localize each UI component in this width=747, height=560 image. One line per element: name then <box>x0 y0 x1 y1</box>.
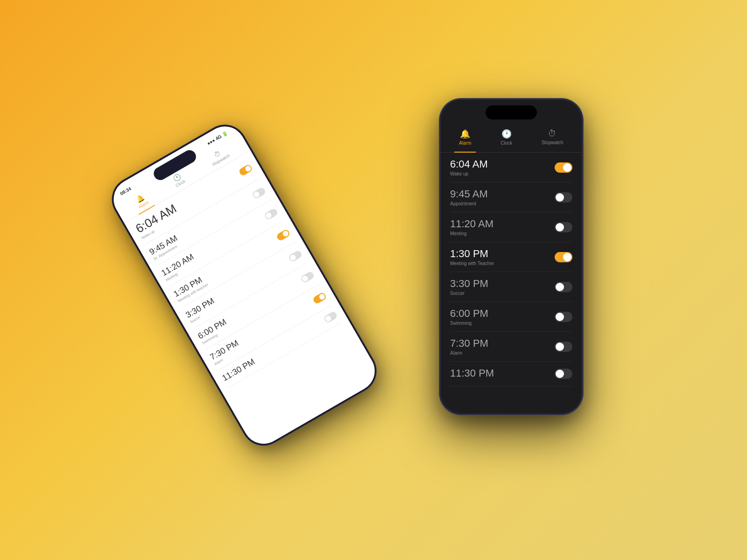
phone-upright-screen: 🔔 Alarm 🕐 Clock ⏱ Stopwatch 6:04 <box>441 100 582 413</box>
alarm-info: 11:20 AM Meeting <box>450 218 493 236</box>
alarm-toggle[interactable] <box>555 342 572 352</box>
alarm-item: 6:00 PM Swimming <box>450 302 572 332</box>
alarm-info: 6:04 AM Wake up <box>450 158 488 176</box>
alarm-toggle[interactable] <box>251 186 266 199</box>
alarm-toggle[interactable] <box>300 271 315 284</box>
clock-icon-upright: 🕐 <box>501 129 512 139</box>
alarm-toggle[interactable] <box>288 249 303 262</box>
tab-alarm-label-upright: Alarm <box>459 140 471 146</box>
alarm-toggle[interactable] <box>555 222 572 232</box>
alarm-toggle[interactable] <box>555 282 572 292</box>
alarm-label: Alarm <box>450 350 488 356</box>
alarm-info: 9:45 AM Appointment <box>450 188 488 206</box>
tab-stopwatch-upright[interactable]: ⏱ Stopwatch <box>537 127 568 147</box>
tab-stopwatch-label-upright: Stopwatch <box>542 140 564 145</box>
alarm-info: 6:00 PM Swimming <box>450 308 488 326</box>
alarm-toggle[interactable] <box>263 207 278 220</box>
alarm-toggle[interactable] <box>555 369 572 379</box>
alarm-label: Appointment <box>450 201 488 206</box>
alarm-item: 7:30 PM Alarm <box>450 332 572 362</box>
alarm-toggle[interactable] <box>275 228 290 241</box>
alarm-label: Swimming <box>450 321 488 326</box>
phone-tilted-body: 08:34 ●●● 4G 🔋 🔔 Alarm 🕐 Clock ⏱ Stopwat… <box>104 117 385 454</box>
alarm-item: 3:30 PM Soccer <box>450 272 572 302</box>
alarm-toggle[interactable] <box>555 312 572 322</box>
alarm-label: Soccer <box>450 291 488 296</box>
alarm-item: 11:20 AM Meeting <box>450 212 572 242</box>
alarm-toggle[interactable] <box>555 252 572 262</box>
alarm-time: 6:04 AM <box>450 158 488 170</box>
alarm-toggle[interactable] <box>238 163 253 176</box>
alarm-info: 11:30 PM <box>450 367 494 380</box>
alarm-time: 1:30 PM <box>450 248 494 260</box>
alarm-time: 6:00 PM <box>450 308 488 320</box>
tab-alarm-upright[interactable]: 🔔 Alarm <box>454 127 476 153</box>
phone-tilted-screen: 08:34 ●●● 4G 🔋 🔔 Alarm 🕐 Clock ⏱ Stopwat… <box>106 119 382 451</box>
phones-container: 08:34 ●●● 4G 🔋 🔔 Alarm 🕐 Clock ⏱ Stopwat… <box>163 70 584 490</box>
alarm-time: 3:30 PM <box>450 278 488 290</box>
alarm-label: Meeting with Teacher <box>450 261 494 266</box>
alarm-label: Meeting <box>450 231 493 236</box>
alarm-time: 11:20 AM <box>450 218 493 230</box>
alarm-icon-upright: 🔔 <box>460 129 470 139</box>
alarm-list-upright: 6:04 AM Wake up 9:45 AM Appointment 11:2… <box>441 153 582 386</box>
alarm-info: 7:30 PM Alarm <box>450 337 488 356</box>
alarm-info: 3:30 PM Soccer <box>450 278 488 296</box>
alarm-info: 1:30 PM Meeting with Teacher <box>450 248 494 266</box>
alarm-item: 6:04 AM Wake up <box>450 153 572 182</box>
alarm-item: 9:45 AM Appointment <box>450 182 572 212</box>
tab-clock-upright[interactable]: 🕐 Clock <box>496 127 517 147</box>
alarm-time: 9:45 AM <box>450 188 488 200</box>
alarm-toggle[interactable] <box>555 192 572 203</box>
alarm-toggle[interactable] <box>555 162 572 173</box>
phone-tilted: 08:34 ●●● 4G 🔋 🔔 Alarm 🕐 Clock ⏱ Stopwat… <box>104 117 385 454</box>
phone-upright-body: 🔔 Alarm 🕐 Clock ⏱ Stopwatch 6:04 <box>439 98 584 415</box>
alarm-time: 11:30 PM <box>450 367 494 379</box>
tab-clock-label-upright: Clock <box>500 140 512 146</box>
alarm-label: Wake up <box>450 171 488 176</box>
alarm-toggle[interactable] <box>312 292 327 305</box>
alarm-item: 11:30 PM <box>450 362 572 386</box>
alarm-item: 1:30 PM Meeting with Teacher <box>450 242 572 272</box>
stopwatch-icon-upright: ⏱ <box>548 129 557 139</box>
phone-upright: 🔔 Alarm 🕐 Clock ⏱ Stopwatch 6:04 <box>439 98 584 415</box>
dynamic-island <box>486 105 537 119</box>
alarm-toggle[interactable] <box>323 311 338 324</box>
alarm-time: 7:30 PM <box>450 337 488 350</box>
